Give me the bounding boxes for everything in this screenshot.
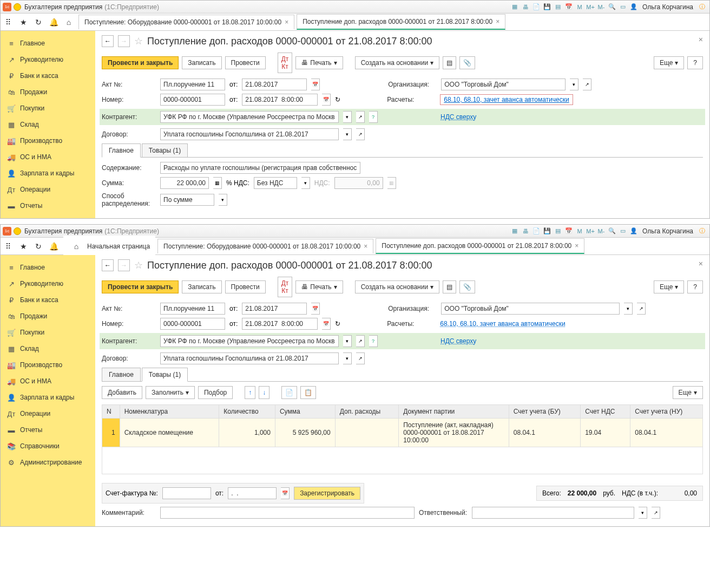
more-button[interactable]: Еще ▾ [654,56,684,69]
fill-button[interactable]: Заполнить ▾ [146,386,195,399]
sidebar-item-operations[interactable]: ДтОперации [1,181,95,198]
print-button[interactable]: 🖶 Печать ▾ [295,56,343,69]
close-icon[interactable]: × [285,18,288,26]
windows-icon[interactable]: ▭ [619,3,627,11]
sidebar-item-main[interactable]: ≡Главное [1,259,95,276]
memory-mminus-icon[interactable]: M- [597,3,606,11]
select-button[interactable]: Подбор [198,386,233,399]
help-icon[interactable]: ? [369,335,378,347]
save-icon[interactable]: 💾 [543,3,551,11]
num-input[interactable] [160,94,225,106]
num-date-input[interactable] [242,318,318,330]
responsible-input[interactable] [472,507,634,519]
save-button[interactable]: Записать [182,280,221,293]
col-qty[interactable]: Количество [219,405,275,419]
save-icon[interactable]: 💾 [543,227,551,236]
structure-button[interactable]: ▤ [443,56,456,69]
sum-input[interactable] [160,177,209,189]
open-icon[interactable]: ↗ [652,507,660,519]
memory-mplus-icon[interactable]: M+ [586,3,595,11]
open-icon[interactable]: ↗ [356,352,365,364]
history-icon[interactable]: ↻ [31,239,46,254]
comment-input[interactable] [160,507,415,519]
col-sum[interactable]: Сумма [275,405,335,419]
table-row[interactable]: 1 Складское помещение 1,000 5 925 960,00… [102,419,703,447]
sidebar-item-purchases[interactable]: 🛒Покупки [1,100,95,116]
print-icon[interactable]: 🖶 [521,3,530,11]
user-name[interactable]: Ольга Корчагина [642,227,693,235]
post-and-close-button[interactable]: Провести и закрыть [102,56,179,69]
sidebar-item-sales[interactable]: 🛍Продажи [1,84,95,100]
sidebar-item-assets[interactable]: 🚚ОС и НМА [1,373,95,389]
grid-icon[interactable]: ▦ [510,3,519,11]
dropdown-icon[interactable]: ▾ [570,79,578,90]
org-input[interactable] [441,79,566,90]
post-button[interactable]: Провести [225,280,266,293]
num-date-input[interactable] [242,94,318,106]
calendar-icon[interactable]: 📅 [311,303,320,315]
calendar-icon[interactable]: 📅 [281,487,290,499]
contract-input[interactable] [160,128,339,140]
dropdown-icon[interactable] [14,3,21,11]
sidebar-item-assets[interactable]: 🚚ОС и НМА [1,149,95,165]
col-nds[interactable]: Счет НДС [581,405,630,419]
tab-goods[interactable]: Товары (1) [142,368,188,382]
col-nu[interactable]: Счет учета (НУ) [630,405,703,419]
memory-m-icon[interactable]: M [575,3,584,11]
add-button[interactable]: Добавить [102,386,142,399]
tab-receipt-equipment[interactable]: Поступление: Оборудование 0000-000001 от… [157,239,373,253]
close-page-button[interactable]: × [699,259,703,268]
contragent-input[interactable] [160,111,339,123]
close-icon[interactable]: × [364,243,367,250]
star-icon[interactable]: ★ [16,239,31,254]
col-n[interactable]: N [102,405,120,419]
sidebar-item-refs[interactable]: 📚Справочники [1,438,95,454]
register-button[interactable]: Зарегистрировать [294,487,360,500]
sidebar-item-admin[interactable]: ⚙Администрирование [1,454,95,471]
apps-icon[interactable]: ⠿ [1,15,16,30]
help-button[interactable]: ? [687,56,703,69]
create-based-button[interactable]: Создать на основании ▾ [355,280,440,293]
invoice-num-input[interactable] [162,487,211,499]
forward-button[interactable]: → [118,259,130,271]
sidebar-item-bank[interactable]: ₽Банк и касса [1,68,95,84]
sidebar-item-reports[interactable]: ▬Отчеты [1,198,95,214]
act-date-input[interactable] [242,303,307,315]
col-extra[interactable]: Доп. расходы [335,405,399,419]
open-icon[interactable]: ↗ [637,303,646,315]
vat-link[interactable]: НДС сверху [441,113,476,121]
content-input[interactable] [160,162,360,174]
move-up-button[interactable]: ↑ [245,386,255,399]
dropdown-icon[interactable]: ▾ [343,352,352,364]
memory-mminus-icon[interactable]: M- [597,227,606,236]
method-input[interactable] [160,194,214,206]
calendar-icon[interactable]: 📅 [311,79,320,90]
contract-input[interactable] [160,352,339,364]
sidebar-item-production[interactable]: 🏭Производство [1,357,95,373]
calendar-icon[interactable]: 📅 [322,94,331,106]
sidebar-item-reports[interactable]: ▬Отчеты [1,422,95,438]
col-nomen[interactable]: Номенклатура [120,405,219,419]
tab-home[interactable]: ⌂Начальная страница [63,236,155,257]
tab-receipt-expenses[interactable]: Поступление доп. расходов 0000-000001 от… [297,14,505,30]
tab-goods[interactable]: Товары (1) [142,143,188,157]
forward-button[interactable]: → [118,35,130,47]
favorite-icon[interactable]: ☆ [134,35,143,47]
sidebar-item-purchases[interactable]: 🛒Покупки [1,324,95,341]
history-icon[interactable]: ↻ [31,15,46,30]
sidebar-item-production[interactable]: 🏭Производство [1,133,95,149]
attachment-button[interactable]: 📎 [459,56,475,69]
dropdown-icon[interactable]: ▾ [219,194,227,206]
sidebar-item-warehouse[interactable]: ▦Склад [1,341,95,357]
contragent-input[interactable] [160,335,339,347]
print-button[interactable]: 🖶 Печать ▾ [295,280,343,293]
back-button[interactable]: ← [102,259,114,271]
open-icon[interactable]: ↗ [356,335,365,347]
close-page-button[interactable]: × [699,35,703,44]
home-icon[interactable]: ⌂ [61,15,76,30]
dropdown-icon[interactable]: ▾ [639,507,647,519]
star-icon[interactable]: ★ [16,15,31,30]
sidebar-item-operations[interactable]: ДтОперации [1,406,95,422]
act-input[interactable] [160,79,225,90]
act-input[interactable] [160,303,225,315]
